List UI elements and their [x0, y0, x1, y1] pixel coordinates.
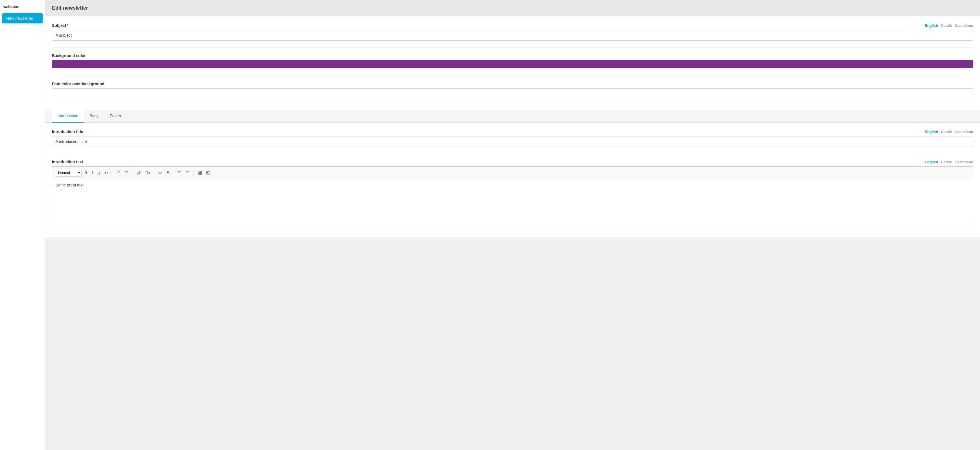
divider-3	[52, 104, 973, 104]
format-select[interactable]: Normal Heading 1 Heading 2	[55, 169, 81, 177]
intro-title-lang-castellano[interactable]: Castellano	[955, 130, 973, 134]
tabs-bar: Introduction Body Footer	[45, 110, 980, 123]
svg-point-7	[125, 172, 126, 173]
new-newsletter-button[interactable]: New newsletter	[2, 13, 43, 24]
subject-section: Subject* English Català Castellano	[52, 23, 973, 41]
intro-text-lang-english[interactable]: English	[925, 160, 938, 164]
tab-footer[interactable]: Footer	[104, 110, 127, 123]
svg-rect-18	[198, 171, 202, 175]
intro-title-lang-switcher: English Català Castellano	[925, 130, 973, 134]
background-color-label: Background color	[52, 53, 973, 58]
subject-lang-castellano[interactable]: Castellano	[955, 24, 973, 28]
toolbar-divider-3	[154, 170, 154, 176]
svg-text:3: 3	[116, 173, 118, 175]
clear-format-button[interactable]: Tx	[145, 170, 151, 176]
font-color-section: Font color over background	[52, 81, 973, 97]
intro-text-lang-castellano[interactable]: Castellano	[955, 160, 973, 164]
svg-point-8	[125, 174, 126, 174]
unordered-list-button[interactable]	[123, 170, 130, 176]
editor-body[interactable]: Some great text	[52, 179, 973, 224]
strikethrough-button[interactable]: ↩	[103, 169, 110, 176]
introduction-title-label-row: Introduction title English Català Castel…	[52, 129, 973, 134]
subject-label-row: Subject* English Català Castellano	[52, 23, 973, 28]
intro-title-lang-catala[interactable]: Català	[941, 130, 952, 134]
subject-lang-catala[interactable]: Català	[941, 24, 952, 28]
bold-button[interactable]: B	[83, 169, 89, 176]
background-color-swatch[interactable]	[52, 60, 973, 68]
link-button[interactable]: 🔗	[135, 169, 143, 176]
subject-label: Subject*	[52, 23, 68, 28]
font-color-label: Font color over background	[52, 81, 973, 86]
main-content: Edit newsletter Subject* English Català …	[45, 0, 980, 450]
tab-introduction[interactable]: Introduction	[52, 110, 84, 123]
introduction-title-input[interactable]	[52, 136, 973, 147]
underline-button[interactable]: U	[95, 169, 102, 176]
sidebar-title: wsletters	[0, 2, 45, 11]
required-star: *	[67, 23, 68, 28]
introduction-text-section: Introduction text English Català Castell…	[52, 160, 973, 224]
subject-input[interactable]	[52, 30, 973, 41]
toolbar-divider-5	[194, 170, 194, 176]
svg-rect-23	[207, 171, 210, 174]
sidebar: wsletters New newsletter	[0, 0, 45, 450]
font-color-swatch[interactable]	[52, 88, 973, 96]
divider-2	[52, 76, 973, 76]
align-left-button[interactable]	[175, 170, 183, 176]
tab-body[interactable]: Body	[84, 110, 104, 123]
subject-lang-switcher: English Català Castellano	[925, 24, 973, 28]
toolbar-divider-1	[112, 170, 112, 176]
svg-point-24	[207, 172, 208, 172]
intro-text-lang-catala[interactable]: Català	[941, 160, 952, 164]
align-right-button[interactable]	[184, 170, 191, 176]
italic-button[interactable]: I	[90, 169, 94, 176]
editor-content: Some great text	[56, 183, 84, 187]
table-button[interactable]	[196, 170, 204, 176]
subject-lang-english[interactable]: English	[925, 24, 938, 28]
introduction-title-section: Introduction title English Català Castel…	[52, 129, 973, 147]
intro-text-lang-switcher: English Català Castellano	[925, 160, 973, 164]
page-title: Edit newsletter	[52, 5, 973, 11]
editor-toolbar: Normal Heading 1 Heading 2 B I U ↩ 123 🔗…	[52, 166, 973, 179]
introduction-text-label-row: Introduction text English Català Castell…	[52, 160, 973, 164]
background-color-section: Background color	[52, 53, 973, 69]
image-button[interactable]	[205, 170, 212, 176]
intro-title-lang-english[interactable]: English	[925, 130, 938, 134]
form-area: Subject* English Català Castellano Backg…	[45, 16, 980, 238]
page-header: Edit newsletter	[45, 0, 980, 16]
code-button[interactable]: <>	[156, 170, 164, 176]
svg-point-6	[125, 171, 126, 172]
quote-button[interactable]: ❝	[165, 169, 171, 176]
ordered-list-button[interactable]: 123	[115, 170, 122, 176]
